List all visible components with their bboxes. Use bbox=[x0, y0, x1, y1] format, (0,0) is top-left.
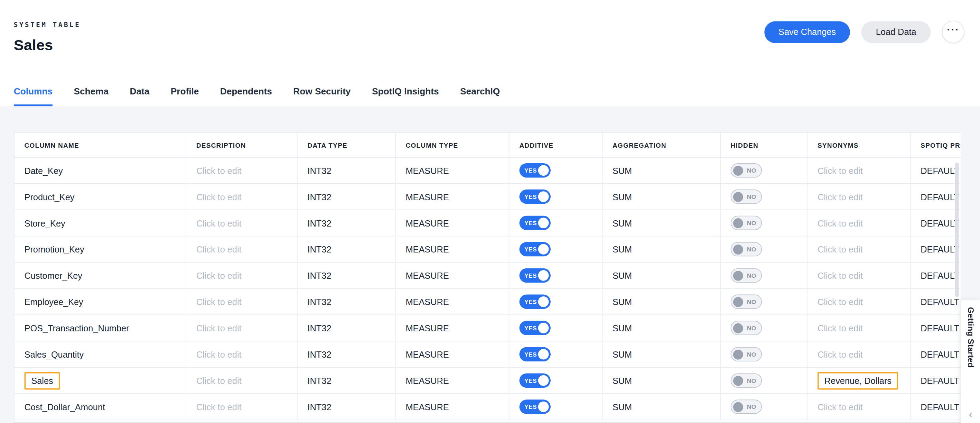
description-cell[interactable]: Click to edit bbox=[186, 342, 298, 368]
hidden-toggle[interactable]: NO bbox=[731, 399, 762, 414]
hidden-toggle[interactable]: NO bbox=[731, 163, 762, 178]
synonyms-value[interactable]: Click to edit bbox=[818, 165, 863, 176]
description-placeholder[interactable]: Click to edit bbox=[196, 402, 242, 412]
synonyms-cell[interactable]: Click to edit bbox=[808, 262, 910, 289]
spotiq-preference-cell[interactable]: DEFAULT bbox=[910, 394, 961, 420]
column-type-cell[interactable]: MEASURE bbox=[395, 315, 509, 342]
synonyms-value[interactable]: Click to edit bbox=[818, 244, 863, 254]
additive-toggle[interactable]: YES bbox=[519, 268, 550, 283]
column-type-cell[interactable]: MEASURE bbox=[395, 289, 509, 315]
spotiq-preference-cell[interactable]: DEFAULT bbox=[910, 210, 961, 236]
aggregation-cell[interactable]: SUM bbox=[603, 394, 721, 420]
synonyms-value[interactable]: Click to edit bbox=[818, 270, 863, 281]
additive-toggle[interactable]: YES bbox=[519, 347, 550, 361]
additive-toggle[interactable]: YES bbox=[519, 216, 550, 230]
spotiq-preference-cell[interactable]: DEFAULT bbox=[910, 236, 961, 262]
spotiq-preference-cell[interactable]: DEFAULT bbox=[910, 262, 961, 289]
synonyms-cell[interactable]: Click to edit bbox=[808, 394, 910, 420]
tab-data[interactable]: Data bbox=[130, 86, 150, 107]
description-placeholder[interactable]: Click to edit bbox=[196, 165, 242, 176]
aggregation-cell[interactable]: SUM bbox=[603, 368, 721, 394]
getting-started-panel-tab[interactable]: Getting Started ‹ bbox=[961, 299, 980, 423]
collapse-chevron-icon[interactable]: ‹ bbox=[969, 409, 972, 420]
column-type-cell[interactable]: MEASURE bbox=[395, 210, 509, 236]
hidden-toggle[interactable]: NO bbox=[731, 295, 762, 309]
additive-toggle[interactable]: YES bbox=[519, 190, 550, 204]
column-type-cell[interactable]: MEASURE bbox=[395, 236, 509, 262]
tab-spotiq-insights[interactable]: SpotIQ Insights bbox=[372, 86, 439, 107]
hidden-toggle[interactable]: NO bbox=[731, 268, 762, 283]
more-options-button[interactable]: ··· bbox=[942, 21, 964, 43]
aggregation-cell[interactable]: SUM bbox=[603, 315, 721, 342]
column-type-cell[interactable]: MEASURE bbox=[395, 158, 509, 184]
description-cell[interactable]: Click to edit bbox=[186, 394, 298, 420]
aggregation-cell[interactable]: SUM bbox=[603, 210, 721, 236]
description-placeholder[interactable]: Click to edit bbox=[196, 270, 242, 281]
synonyms-cell[interactable]: Click to edit bbox=[808, 315, 910, 342]
vertical-scrollbar[interactable] bbox=[955, 163, 959, 297]
synonyms-cell[interactable]: Click to edit bbox=[808, 158, 910, 184]
spotiq-preference-cell[interactable]: DEFAULT bbox=[910, 315, 961, 342]
description-placeholder[interactable]: Click to edit bbox=[196, 218, 242, 228]
additive-toggle[interactable]: YES bbox=[519, 399, 550, 414]
synonyms-value[interactable]: Click to edit bbox=[818, 350, 863, 359]
additive-toggle[interactable]: YES bbox=[519, 373, 550, 388]
column-type-cell[interactable]: MEASURE bbox=[395, 184, 509, 210]
description-placeholder[interactable]: Click to edit bbox=[196, 297, 242, 307]
tab-columns[interactable]: Columns bbox=[14, 86, 52, 107]
synonyms-cell[interactable]: Click to edit bbox=[808, 342, 910, 368]
hidden-toggle[interactable]: NO bbox=[731, 347, 762, 361]
synonyms-cell[interactable]: Click to edit bbox=[808, 184, 910, 210]
description-cell[interactable]: Click to edit bbox=[186, 184, 298, 210]
synonyms-value[interactable]: Click to edit bbox=[818, 402, 863, 412]
description-placeholder[interactable]: Click to edit bbox=[196, 244, 242, 254]
column-type-cell[interactable]: MEASURE bbox=[395, 394, 509, 420]
tab-row-security[interactable]: Row Security bbox=[293, 86, 350, 107]
tab-profile[interactable]: Profile bbox=[171, 86, 199, 107]
hidden-toggle[interactable]: NO bbox=[731, 373, 762, 388]
aggregation-cell[interactable]: SUM bbox=[603, 262, 721, 289]
spotiq-preference-cell[interactable]: DEFAULT bbox=[910, 184, 961, 210]
synonyms-value[interactable]: Click to edit bbox=[818, 323, 863, 333]
tab-searchiq[interactable]: SearchIQ bbox=[460, 86, 500, 107]
description-cell[interactable]: Click to edit bbox=[186, 315, 298, 342]
column-type-cell[interactable]: MEASURE bbox=[395, 262, 509, 289]
synonyms-value[interactable]: Click to edit bbox=[818, 192, 863, 202]
aggregation-cell[interactable]: SUM bbox=[603, 184, 721, 210]
aggregation-cell[interactable]: SUM bbox=[603, 289, 721, 315]
save-changes-button[interactable]: Save Changes bbox=[764, 21, 850, 43]
additive-toggle[interactable]: YES bbox=[519, 163, 550, 178]
description-cell[interactable]: Click to edit bbox=[186, 289, 298, 315]
synonyms-cell[interactable]: Click to edit bbox=[808, 236, 910, 262]
description-cell[interactable]: Click to edit bbox=[186, 262, 298, 289]
description-placeholder[interactable]: Click to edit bbox=[196, 192, 242, 202]
spotiq-preference-cell[interactable]: DEFAULT bbox=[910, 368, 961, 394]
description-cell[interactable]: Click to edit bbox=[186, 210, 298, 236]
hidden-toggle[interactable]: NO bbox=[731, 242, 762, 257]
spotiq-preference-cell[interactable]: DEFAULT bbox=[910, 158, 961, 184]
column-type-cell[interactable]: MEASURE bbox=[395, 368, 509, 394]
aggregation-cell[interactable]: SUM bbox=[603, 342, 721, 368]
additive-toggle[interactable]: YES bbox=[519, 242, 550, 257]
description-placeholder[interactable]: Click to edit bbox=[196, 376, 242, 386]
column-type-cell[interactable]: MEASURE bbox=[395, 342, 509, 368]
description-placeholder[interactable]: Click to edit bbox=[196, 350, 242, 359]
load-data-button[interactable]: Load Data bbox=[861, 21, 931, 43]
spotiq-preference-cell[interactable]: DEFAULT bbox=[910, 342, 961, 368]
synonyms-value[interactable]: Click to edit bbox=[818, 297, 863, 307]
additive-toggle[interactable]: YES bbox=[519, 321, 550, 335]
description-cell[interactable]: Click to edit bbox=[186, 368, 298, 394]
description-cell[interactable]: Click to edit bbox=[186, 236, 298, 262]
synonyms-cell[interactable]: Click to edit bbox=[808, 289, 910, 315]
hidden-toggle[interactable]: NO bbox=[731, 190, 762, 204]
synonyms-value[interactable]: Revenue, Dollars bbox=[818, 372, 899, 389]
description-placeholder[interactable]: Click to edit bbox=[196, 323, 242, 333]
synonyms-cell[interactable]: Revenue, Dollars bbox=[808, 368, 910, 394]
aggregation-cell[interactable]: SUM bbox=[603, 158, 721, 184]
tab-schema[interactable]: Schema bbox=[74, 86, 108, 107]
description-cell[interactable]: Click to edit bbox=[186, 158, 298, 184]
tab-dependents[interactable]: Dependents bbox=[220, 86, 272, 107]
hidden-toggle[interactable]: NO bbox=[731, 216, 762, 230]
synonyms-value[interactable]: Click to edit bbox=[818, 218, 863, 228]
hidden-toggle[interactable]: NO bbox=[731, 321, 762, 335]
